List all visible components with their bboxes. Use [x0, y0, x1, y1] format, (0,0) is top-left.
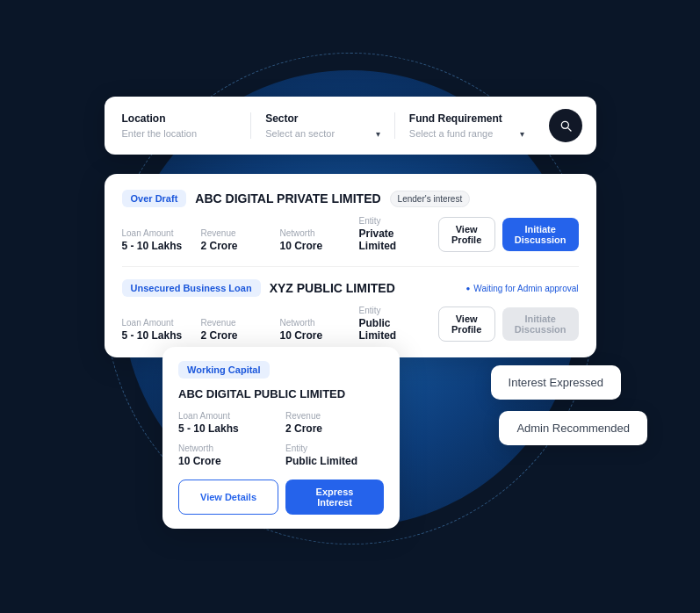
location-placeholder: Enter the location [122, 128, 198, 139]
working-revenue-value: 2 Crore [285, 422, 384, 435]
fund-requirement-label: Fund Requirement [409, 112, 524, 125]
revenue-value-2: 2 Crore [201, 329, 263, 342]
loan-amount-label-2: Loan Amount [122, 318, 184, 328]
initiate-discussion-button-1[interactable]: Initiate Discussion [502, 218, 579, 251]
entity-label-1: Entity [359, 216, 421, 226]
waiting-badge: Waiting for Admin approval [466, 284, 579, 293]
working-capital-tag: Working Capital [178, 361, 270, 379]
loan-company-1: ABC DIGITAL PRIVATE LIMITED [195, 191, 380, 206]
loan-details-1: Loan Amount 5 - 10 Lakhs Revenue 2 Crore… [122, 216, 579, 252]
location-input[interactable]: Enter the location [122, 128, 237, 139]
view-details-button[interactable]: View Details [178, 480, 278, 515]
fund-requirement-input[interactable]: Select a fund range ▾ [409, 128, 524, 139]
lender-interest-badge: Lender's interest [390, 191, 471, 207]
networth-value-1: 10 Crore [280, 240, 342, 252]
working-company: ABC DIGITAL PUBLIC LIMITED [178, 387, 384, 400]
working-networth-value: 10 Crore [178, 455, 277, 467]
location-label: Location [122, 112, 237, 125]
working-networth-label: Networth [178, 444, 277, 453]
revenue-label-2: Revenue [201, 318, 263, 328]
working-entity: Entity Public Limited [285, 444, 384, 467]
sector-chevron-icon: ▾ [376, 129, 380, 139]
networth-label-2: Networth [280, 318, 342, 328]
loan-company-2: XYZ PUBLIC LIMITED [270, 281, 395, 295]
location-field[interactable]: Location Enter the location [119, 112, 252, 139]
working-entity-value: Public Limited [285, 455, 384, 467]
loan-item-2: Unsecured Business Loan XYZ PUBLIC LIMIT… [122, 279, 579, 342]
revenue-item-1: Revenue 2 Crore [201, 228, 263, 252]
loan-amount-item-2: Loan Amount 5 - 10 Lakhs [122, 318, 184, 342]
lender-card: Over Draft ABC DIGITAL PRIVATE LIMITED L… [105, 174, 596, 357]
sector-label: Sector [265, 112, 380, 125]
loan-amount-label-1: Loan Amount [122, 228, 184, 238]
admin-recommended-text: Admin Recommended [516, 422, 630, 435]
working-networth: Networth 10 Crore [178, 444, 277, 467]
networth-value-2: 10 Crore [280, 329, 342, 342]
search-icon [559, 119, 573, 133]
interest-expressed-text: Interest Expressed [509, 376, 603, 389]
loan-amount-value-2: 5 - 10 Lakhs [122, 329, 184, 342]
revenue-item-2: Revenue 2 Crore [201, 318, 263, 342]
working-revenue-label: Revenue [285, 411, 384, 421]
networth-item-2: Networth 10 Crore [280, 318, 342, 342]
entity-value-1: Private Limited [359, 227, 421, 252]
working-loan-amount-value: 5 - 10 Lakhs [178, 422, 277, 435]
fund-requirement-field[interactable]: Fund Requirement Select a fund range ▾ [395, 112, 538, 139]
working-details: Loan Amount 5 - 10 Lakhs Revenue 2 Crore… [178, 411, 384, 467]
networth-label-1: Networth [280, 228, 342, 238]
working-actions: View Details Express Interest [178, 480, 384, 515]
fund-requirement-placeholder: Select a fund range [409, 128, 493, 139]
loan-tag-overdraft: Over Draft [122, 190, 187, 207]
fund-chevron-icon: ▾ [520, 129, 524, 139]
view-profile-button-2[interactable]: View Profile [438, 306, 495, 342]
working-loan-amount: Loan Amount 5 - 10 Lakhs [178, 411, 277, 435]
entity-label-2: Entity [359, 306, 421, 315]
loan-tag-unsecured: Unsecured Business Loan [122, 279, 261, 297]
loan-actions-1: View Profile Initiate Discussion [438, 217, 579, 252]
search-button[interactable] [549, 109, 582, 142]
revenue-label-1: Revenue [201, 228, 263, 238]
revenue-value-1: 2 Crore [201, 240, 263, 252]
loan-item-2-header: Unsecured Business Loan XYZ PUBLIC LIMIT… [122, 279, 579, 297]
loan-details-2: Loan Amount 5 - 10 Lakhs Revenue 2 Crore… [122, 306, 579, 342]
admin-recommended-badge: Admin Recommended [499, 411, 647, 445]
entity-value-2: Public Limited [359, 317, 421, 342]
interest-expressed-badge: Interest Expressed [491, 365, 621, 400]
entity-item-1: Entity Private Limited [359, 216, 421, 252]
search-card: Location Enter the location Sector Selec… [105, 97, 596, 155]
loan-amount-item-1: Loan Amount 5 - 10 Lakhs [122, 228, 184, 252]
sector-input[interactable]: Select an sector ▾ [265, 128, 380, 139]
working-revenue: Revenue 2 Crore [285, 411, 384, 435]
initiate-discussion-button-2-disabled: Initiate Discussion [502, 307, 579, 341]
entity-item-2: Entity Public Limited [359, 306, 421, 342]
sector-field[interactable]: Sector Select an sector ▾ [251, 112, 395, 139]
loan-item-1: Over Draft ABC DIGITAL PRIVATE LIMITED L… [122, 190, 579, 252]
sector-placeholder: Select an sector [265, 128, 335, 139]
networth-item-1: Networth 10 Crore [280, 228, 342, 252]
working-loan-amount-label: Loan Amount [178, 411, 277, 421]
divider [122, 266, 579, 267]
working-capital-card: Working Capital ABC DIGITAL PUBLIC LIMIT… [162, 347, 400, 529]
loan-item-1-header: Over Draft ABC DIGITAL PRIVATE LIMITED L… [122, 190, 579, 207]
loan-actions-2: View Profile Initiate Discussion [438, 306, 579, 342]
loan-amount-value-1: 5 - 10 Lakhs [122, 240, 184, 252]
express-interest-button[interactable]: Express Interest [285, 480, 384, 515]
view-profile-button-1[interactable]: View Profile [438, 217, 495, 252]
working-entity-label: Entity [285, 444, 384, 453]
